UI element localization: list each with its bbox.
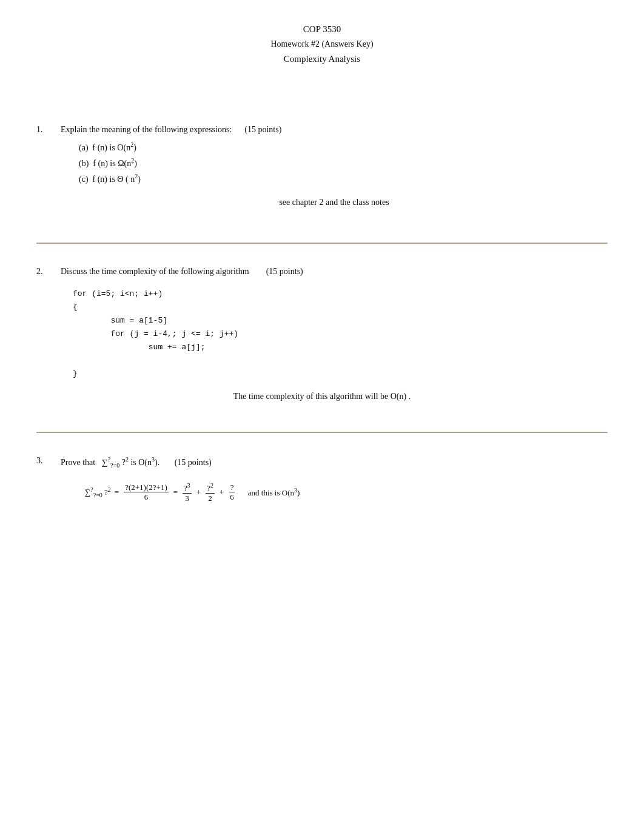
q3-fraction3: ?2 2 [204, 482, 216, 503]
q3-sum-lhs: ∑??=0 ?2 [85, 486, 111, 498]
q2-points: (15 points) [266, 267, 303, 276]
q1-answer: see chapter 2 and the class notes [61, 198, 608, 207]
q3-equals-1: = [115, 488, 119, 497]
q1-sub-c: (c) f (n) is Θ ( n2) [79, 171, 608, 187]
code-line-5: sum += a[j]; [73, 341, 608, 354]
divider-1 [36, 243, 608, 244]
question-3-block: 3. Prove that ∑??=0 ?2 is O(n3). (15 poi… [36, 456, 608, 503]
q1-sub-items: (a) f (n) is O(n2) (b) f (n) is Ω(n2) (c… [79, 139, 608, 187]
q2-number: 2. [36, 267, 61, 277]
document-header: COP 3530 Homework #2 (Answers Key) Compl… [36, 24, 608, 64]
q3-fraction1: ?(2+1)(2?+1) 6 [122, 483, 170, 502]
code-line-2: { [73, 301, 608, 314]
q3-math-answer: ∑??=0 ?2 = ?(2+1)(2?+1) 6 = ?3 3 + ?2 2 … [85, 482, 608, 503]
q1-body: Explain the meaning of the following exp… [61, 125, 608, 212]
question-1-block: 1. Explain the meaning of the following … [36, 125, 608, 212]
q1-text: Explain the meaning of the following exp… [61, 125, 232, 134]
question-2-block: 2. Discuss the time complexity of the fo… [36, 267, 608, 402]
homework-title: Homework #2 (Answers Key) [36, 39, 608, 49]
course-title: COP 3530 [36, 24, 608, 35]
q2-code: for (i=5; i<n; i++) { sum = a[i-5] for (… [73, 287, 608, 381]
code-line-3: sum = a[i-5] [73, 314, 608, 327]
code-line-1: for (i=5; i<n; i++) [73, 287, 608, 301]
code-line-6 [73, 354, 608, 367]
divider-2 [36, 432, 608, 433]
q3-plus-2: + [220, 488, 224, 497]
q3-points: (15 points) [175, 458, 212, 467]
q1-number: 1. [36, 125, 61, 135]
q3-fraction2: ?3 3 [181, 482, 193, 503]
q3-fraction4: ? 6 [227, 483, 236, 502]
q2-text: Discuss the time complexity of the follo… [61, 267, 249, 276]
q3-text: Prove that [61, 458, 95, 467]
q1-points: (15 points) [244, 125, 281, 134]
q3-sum-notation: ∑??=0 ?2 is O(n3). [102, 458, 162, 467]
q3-equals-2: = [173, 488, 178, 497]
q1-sub-b: (b) f (n) is Ω(n2) [79, 155, 608, 171]
code-line-4: for (j = i-4,; j <= i; j++) [73, 327, 608, 341]
q1-sub-a: (a) f (n) is O(n2) [79, 139, 608, 155]
q3-math-note: and this is O(n3) [240, 487, 300, 498]
q2-answer: The time complexity of this algorithm wi… [36, 392, 608, 401]
q3-number: 3. [36, 456, 61, 466]
section-title: Complexity Analysis [36, 54, 608, 64]
q2-body: Discuss the time complexity of the follo… [61, 267, 608, 281]
q3-body: Prove that ∑??=0 ?2 is O(n3). (15 points… [61, 456, 608, 473]
code-line-7: } [73, 367, 608, 381]
q3-plus-1: + [196, 488, 201, 497]
